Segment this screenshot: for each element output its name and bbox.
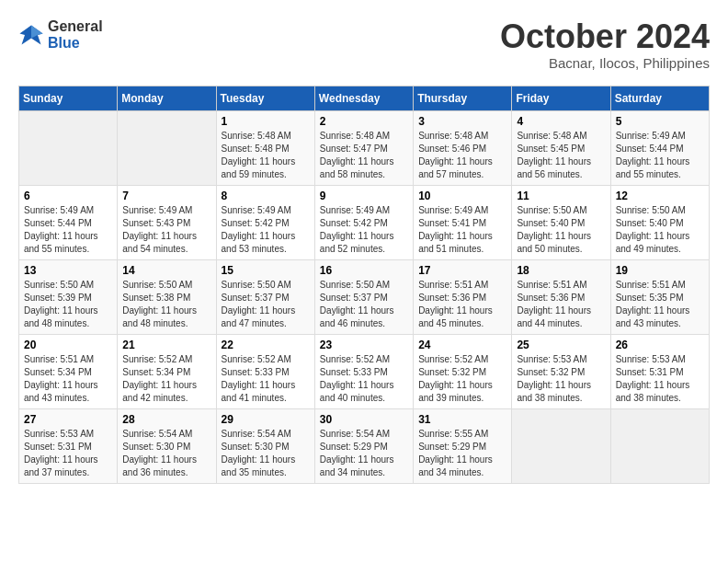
calendar-week-row: 6Sunrise: 5:49 AM Sunset: 5:44 PM Daylig… [19, 185, 710, 259]
day-number: 22 [222, 339, 310, 351]
logo-bird-icon [18, 22, 44, 48]
day-info: Sunrise: 5:48 AM Sunset: 5:45 PM Dayligh… [517, 130, 605, 181]
calendar-cell: 4Sunrise: 5:48 AM Sunset: 5:45 PM Daylig… [512, 110, 610, 185]
day-number: 23 [320, 339, 408, 351]
calendar-cell [118, 110, 216, 185]
day-number: 31 [418, 413, 506, 426]
day-number: 10 [418, 190, 506, 202]
day-info: Sunrise: 5:50 AM Sunset: 5:38 PM Dayligh… [122, 279, 210, 330]
day-info: Sunrise: 5:54 AM Sunset: 5:30 PM Dayligh… [122, 428, 210, 479]
day-number: 29 [222, 413, 310, 426]
calendar-cell: 28Sunrise: 5:54 AM Sunset: 5:30 PM Dayli… [118, 408, 216, 483]
day-number: 19 [616, 264, 704, 277]
day-number: 18 [517, 264, 605, 277]
day-number: 26 [616, 339, 704, 351]
page-header: General Blue October 2024 Bacnar, Ilocos… [18, 18, 710, 71]
day-number: 17 [418, 264, 506, 277]
day-info: Sunrise: 5:51 AM Sunset: 5:34 PM Dayligh… [24, 353, 112, 405]
calendar-cell: 11Sunrise: 5:50 AM Sunset: 5:40 PM Dayli… [512, 185, 610, 259]
day-info: Sunrise: 5:49 AM Sunset: 5:43 PM Dayligh… [122, 204, 210, 256]
calendar-cell [610, 408, 709, 483]
calendar-cell: 2Sunrise: 5:48 AM Sunset: 5:47 PM Daylig… [314, 110, 413, 185]
calendar-cell: 26Sunrise: 5:53 AM Sunset: 5:31 PM Dayli… [610, 334, 709, 408]
day-info: Sunrise: 5:55 AM Sunset: 5:29 PM Dayligh… [418, 428, 506, 479]
weekday-header-tuesday: Tuesday [216, 86, 314, 110]
location: Bacnar, Ilocos, Philippines [500, 55, 710, 71]
calendar-cell: 13Sunrise: 5:50 AM Sunset: 5:39 PM Dayli… [19, 259, 118, 334]
day-info: Sunrise: 5:48 AM Sunset: 5:46 PM Dayligh… [418, 130, 506, 181]
calendar-cell: 18Sunrise: 5:51 AM Sunset: 5:36 PM Dayli… [512, 259, 610, 334]
calendar-cell: 30Sunrise: 5:54 AM Sunset: 5:29 PM Dayli… [314, 408, 413, 483]
calendar-cell [19, 110, 118, 185]
calendar-cell: 21Sunrise: 5:52 AM Sunset: 5:34 PM Dayli… [118, 334, 216, 408]
calendar-cell: 16Sunrise: 5:50 AM Sunset: 5:37 PM Dayli… [314, 259, 413, 334]
day-number: 4 [517, 115, 605, 128]
day-info: Sunrise: 5:51 AM Sunset: 5:36 PM Dayligh… [418, 279, 506, 330]
day-info: Sunrise: 5:49 AM Sunset: 5:41 PM Dayligh… [418, 204, 506, 256]
day-info: Sunrise: 5:49 AM Sunset: 5:44 PM Dayligh… [24, 204, 112, 256]
day-info: Sunrise: 5:53 AM Sunset: 5:32 PM Dayligh… [517, 353, 605, 405]
day-info: Sunrise: 5:48 AM Sunset: 5:48 PM Dayligh… [222, 130, 310, 181]
calendar-cell: 6Sunrise: 5:49 AM Sunset: 5:44 PM Daylig… [19, 185, 118, 259]
day-info: Sunrise: 5:49 AM Sunset: 5:44 PM Dayligh… [616, 130, 704, 181]
calendar-cell: 8Sunrise: 5:49 AM Sunset: 5:42 PM Daylig… [216, 185, 314, 259]
day-number: 21 [122, 339, 210, 351]
calendar-cell [512, 408, 610, 483]
day-number: 1 [222, 115, 310, 128]
weekday-header-monday: Monday [118, 86, 216, 110]
day-info: Sunrise: 5:52 AM Sunset: 5:33 PM Dayligh… [320, 353, 408, 405]
calendar-cell: 3Sunrise: 5:48 AM Sunset: 5:46 PM Daylig… [414, 110, 512, 185]
calendar-cell: 7Sunrise: 5:49 AM Sunset: 5:43 PM Daylig… [118, 185, 216, 259]
day-info: Sunrise: 5:50 AM Sunset: 5:39 PM Dayligh… [24, 279, 112, 330]
day-number: 25 [517, 339, 605, 351]
day-info: Sunrise: 5:52 AM Sunset: 5:34 PM Dayligh… [122, 353, 210, 405]
day-info: Sunrise: 5:50 AM Sunset: 5:40 PM Dayligh… [517, 204, 605, 256]
day-number: 12 [616, 190, 704, 202]
day-info: Sunrise: 5:49 AM Sunset: 5:42 PM Dayligh… [320, 204, 408, 256]
calendar-cell: 31Sunrise: 5:55 AM Sunset: 5:29 PM Dayli… [414, 408, 512, 483]
day-number: 11 [517, 190, 605, 202]
calendar-week-row: 27Sunrise: 5:53 AM Sunset: 5:31 PM Dayli… [19, 408, 710, 483]
day-info: Sunrise: 5:51 AM Sunset: 5:36 PM Dayligh… [517, 279, 605, 330]
calendar-cell: 10Sunrise: 5:49 AM Sunset: 5:41 PM Dayli… [414, 185, 512, 259]
calendar-cell: 5Sunrise: 5:49 AM Sunset: 5:44 PM Daylig… [610, 110, 709, 185]
month-title: October 2024 [500, 18, 710, 55]
calendar-cell: 19Sunrise: 5:51 AM Sunset: 5:35 PM Dayli… [610, 259, 709, 334]
calendar-cell: 23Sunrise: 5:52 AM Sunset: 5:33 PM Dayli… [314, 334, 413, 408]
calendar-cell: 20Sunrise: 5:51 AM Sunset: 5:34 PM Dayli… [19, 334, 118, 408]
day-number: 8 [222, 190, 310, 202]
calendar-week-row: 13Sunrise: 5:50 AM Sunset: 5:39 PM Dayli… [19, 259, 710, 334]
calendar-week-row: 1Sunrise: 5:48 AM Sunset: 5:48 PM Daylig… [19, 110, 710, 185]
day-info: Sunrise: 5:53 AM Sunset: 5:31 PM Dayligh… [616, 353, 704, 405]
weekday-header-thursday: Thursday [414, 86, 512, 110]
day-number: 9 [320, 190, 408, 202]
day-info: Sunrise: 5:48 AM Sunset: 5:47 PM Dayligh… [320, 130, 408, 181]
calendar-week-row: 20Sunrise: 5:51 AM Sunset: 5:34 PM Dayli… [19, 334, 710, 408]
calendar-cell: 12Sunrise: 5:50 AM Sunset: 5:40 PM Dayli… [610, 185, 709, 259]
day-number: 30 [320, 413, 408, 426]
day-info: Sunrise: 5:54 AM Sunset: 5:29 PM Dayligh… [320, 428, 408, 479]
calendar-cell: 17Sunrise: 5:51 AM Sunset: 5:36 PM Dayli… [414, 259, 512, 334]
day-number: 13 [24, 264, 112, 277]
day-info: Sunrise: 5:50 AM Sunset: 5:37 PM Dayligh… [320, 279, 408, 330]
day-number: 27 [24, 413, 112, 426]
day-number: 3 [418, 115, 506, 128]
day-number: 2 [320, 115, 408, 128]
day-number: 5 [616, 115, 704, 128]
weekday-header-sunday: Sunday [19, 86, 118, 110]
calendar-table: SundayMondayTuesdayWednesdayThursdayFrid… [18, 86, 710, 484]
day-info: Sunrise: 5:54 AM Sunset: 5:30 PM Dayligh… [222, 428, 310, 479]
day-info: Sunrise: 5:49 AM Sunset: 5:42 PM Dayligh… [222, 204, 310, 256]
day-number: 7 [122, 190, 210, 202]
calendar-header-row: SundayMondayTuesdayWednesdayThursdayFrid… [19, 86, 710, 110]
logo-text-blue: Blue [48, 35, 103, 52]
day-info: Sunrise: 5:51 AM Sunset: 5:35 PM Dayligh… [616, 279, 704, 330]
day-number: 20 [24, 339, 112, 351]
calendar-cell: 25Sunrise: 5:53 AM Sunset: 5:32 PM Dayli… [512, 334, 610, 408]
calendar-cell: 14Sunrise: 5:50 AM Sunset: 5:38 PM Dayli… [118, 259, 216, 334]
calendar-cell: 9Sunrise: 5:49 AM Sunset: 5:42 PM Daylig… [314, 185, 413, 259]
weekday-header-wednesday: Wednesday [314, 86, 413, 110]
day-info: Sunrise: 5:50 AM Sunset: 5:37 PM Dayligh… [222, 279, 310, 330]
title-block: October 2024 Bacnar, Ilocos, Philippines [500, 18, 710, 71]
day-number: 28 [122, 413, 210, 426]
